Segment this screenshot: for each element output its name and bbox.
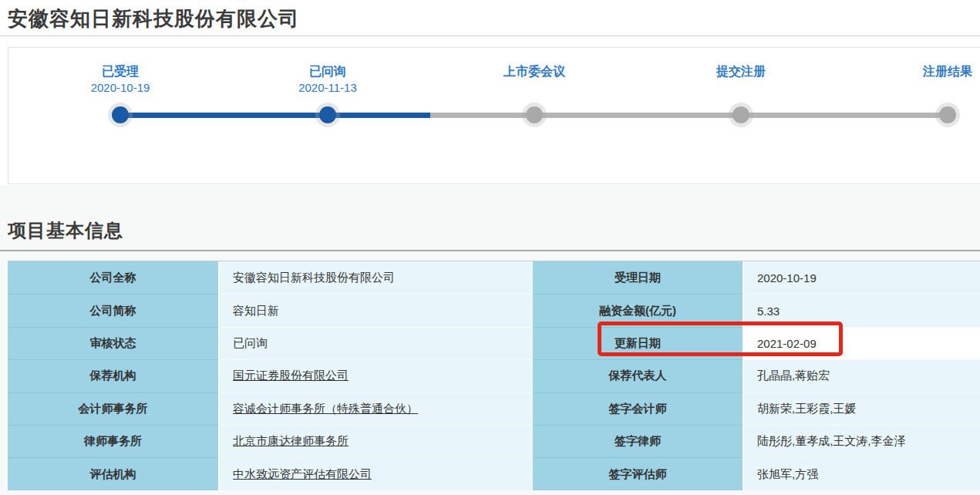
timeline-dot-submit-registration	[732, 106, 749, 123]
value-sponsor-representatives: 孔晶晶,蒋贻宏	[743, 359, 980, 392]
value-company-full-name: 安徽容知日新科技股份有限公司	[218, 261, 533, 294]
label-update-date: 更新日期	[533, 327, 743, 359]
value-sponsor-institution: 国元证券股份有限公司	[218, 359, 533, 392]
timeline-dot-registration-result	[939, 106, 956, 123]
stage-label: 已问询	[262, 64, 393, 79]
label-company-full-name: 公司全称	[8, 261, 218, 294]
value-appraisal-institution: 中水致远资产评估有限公司	[218, 457, 533, 490]
ipo-status-page: 安徽容知日新科技股份有限公司 已受理 2020-10-19 已问询 2020-1…	[0, 0, 980, 495]
label-appraisal-institution: 评估机构	[8, 457, 218, 490]
timeline-stage-submit-registration: 提交注册	[675, 64, 807, 79]
label-sponsor-representatives: 保荐代表人	[533, 359, 743, 392]
label-financing-amount: 融资金额(亿元)	[533, 294, 743, 326]
label-signing-lawyers: 签字律师	[533, 425, 743, 457]
section-divider	[0, 250, 980, 251]
section-title-basic-info: 项目基本信息	[8, 218, 123, 243]
sponsor-institution-link[interactable]: 国元证券股份有限公司	[233, 369, 349, 383]
basic-info-table: 公司全称 安徽容知日新科技股份有限公司 受理日期 2020-10-19 公司简称…	[8, 261, 980, 490]
value-signing-accountants: 胡新荣,王彩霞,王媛	[743, 392, 980, 425]
label-acceptance-date: 受理日期	[533, 261, 743, 294]
accounting-firm-link[interactable]: 容诚会计师事务所（特殊普通合伙）	[233, 402, 418, 416]
timeline-track-progress	[120, 113, 430, 118]
timeline-stage-accepted: 已受理 2020-10-19	[55, 64, 186, 96]
appraisal-institution-link[interactable]: 中水致远资产评估有限公司	[233, 467, 372, 482]
label-law-firm: 律师事务所	[8, 425, 218, 457]
value-signing-lawyers: 陆彤彤,董孝成,王文涛,李金泽	[743, 425, 980, 457]
label-accounting-firm: 会计师事务所	[8, 392, 218, 425]
stage-label: 上市委会议	[469, 64, 600, 79]
label-company-short-name: 公司简称	[8, 294, 218, 326]
review-progress-panel: 已受理 2020-10-19 已问询 2020-11-13 上市委会议 提交注册…	[8, 47, 980, 184]
timeline-dot-accepted	[112, 106, 129, 123]
timeline-stage-registration-result: 注册结果	[882, 64, 980, 79]
value-law-firm: 北京市康达律师事务所	[218, 425, 533, 457]
value-acceptance-date: 2020-10-19	[743, 261, 980, 294]
label-review-status: 审核状态	[8, 327, 218, 359]
stage-label: 提交注册	[675, 64, 807, 79]
stage-date: 2020-10-19	[55, 79, 186, 96]
timeline-stage-committee-meeting: 上市委会议	[469, 64, 600, 79]
value-financing-amount: 5.33	[743, 294, 980, 326]
value-review-status: 已问询	[218, 327, 533, 359]
label-sponsor-institution: 保荐机构	[8, 359, 218, 392]
timeline-dot-inquired	[319, 106, 336, 123]
value-signing-appraisers: 张旭军,方强	[743, 457, 980, 490]
stage-label: 注册结果	[882, 64, 980, 79]
stage-date: 2020-11-13	[262, 79, 393, 96]
page-title: 安徽容知日新科技股份有限公司	[8, 5, 299, 32]
law-firm-link[interactable]: 北京市康达律师事务所	[233, 434, 349, 449]
value-accounting-firm: 容诚会计师事务所（特殊普通合伙）	[218, 392, 533, 425]
timeline-stage-inquired: 已问询 2020-11-13	[262, 64, 393, 96]
title-divider	[0, 35, 980, 36]
label-signing-appraisers: 签字评估师	[533, 457, 743, 490]
value-company-short-name: 容知日新	[218, 294, 533, 326]
label-signing-accountants: 签字会计师	[533, 392, 743, 425]
value-update-date: 2021-02-09	[743, 327, 980, 359]
stage-label: 已受理	[55, 64, 186, 79]
timeline-dot-committee-meeting	[526, 106, 543, 123]
